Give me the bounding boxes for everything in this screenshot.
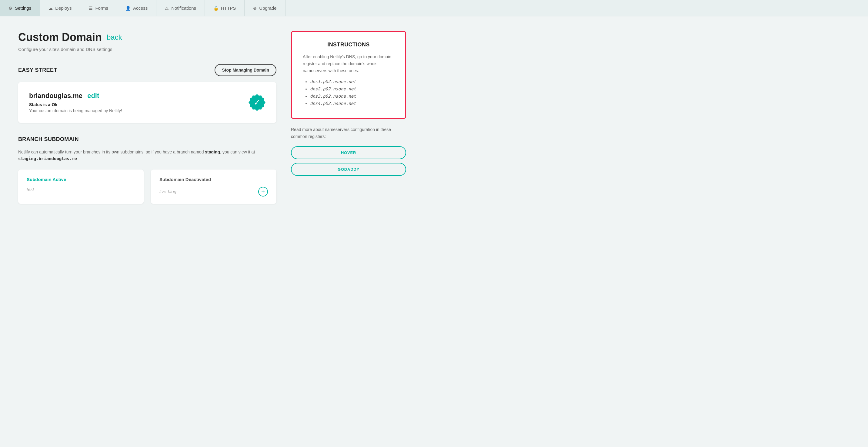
- hover-button[interactable]: HOVER: [291, 146, 406, 159]
- domain-status-desc: Your custom domain is being managed by N…: [29, 108, 122, 113]
- right-panel: INSTRUCTIONS After enabling Netlify's DN…: [291, 31, 406, 217]
- page-subtitle: Configure your site's domain and DNS set…: [18, 47, 276, 52]
- top-navigation: ⚙ Settings ☁ Deploys ☰ Forms 👤 Access ⚠ …: [0, 0, 868, 17]
- staging-url: staging.briandouglas.me: [18, 156, 77, 161]
- godaddy-button[interactable]: GODADDY: [291, 163, 406, 176]
- plus-circle-icon: ⊕: [253, 6, 257, 10]
- nav-item-upgrade[interactable]: ⊕ Upgrade: [245, 0, 285, 16]
- nav-item-notifications[interactable]: ⚠ Notifications: [156, 0, 205, 16]
- instructions-body: After enabling Netlify's DNS, go to your…: [303, 53, 394, 74]
- branch-subdomain-title: BRANCH SUBDOMAIN: [18, 136, 79, 143]
- stop-managing-button[interactable]: Stop Managing Domain: [215, 64, 276, 76]
- ns-item-4: dns4.p02.nsone.net: [310, 101, 394, 106]
- add-subdomain-button[interactable]: +: [258, 187, 268, 197]
- subdomain-inactive-title: Subdomain Deactivated: [159, 177, 268, 182]
- subdomain-active-card: Subdomain Active test: [18, 170, 144, 204]
- read-more-text: Read more about nameservers configuratio…: [291, 126, 406, 140]
- subdomain-active-value: test: [27, 187, 135, 192]
- subdomain-inactive-card: Subdomain Deactivated live-blog +: [151, 170, 276, 204]
- domain-name: briandouglas.me edit: [29, 92, 122, 100]
- branch-subdomain-header: BRANCH SUBDOMAIN: [18, 136, 276, 143]
- easy-street-title: EASY STREET: [18, 67, 57, 73]
- page-title: Custom Domain: [18, 31, 102, 44]
- left-content: Custom Domain back Configure your site's…: [18, 31, 276, 217]
- subdomain-inactive-value: live-blog: [159, 189, 176, 194]
- lock-icon: 🔒: [213, 6, 218, 10]
- list-icon: ☰: [89, 6, 93, 10]
- subdomain-active-title: Subdomain Active: [27, 177, 135, 182]
- nav-item-access[interactable]: 👤 Access: [117, 0, 156, 16]
- nav-item-https[interactable]: 🔒 HTTPS: [205, 0, 245, 16]
- staging-keyword: staging: [205, 149, 220, 154]
- easy-street-header: EASY STREET Stop Managing Domain: [18, 64, 276, 76]
- domain-edit-link[interactable]: edit: [87, 92, 99, 99]
- nav-item-deploys[interactable]: ☁ Deploys: [40, 0, 80, 16]
- instructions-box: INSTRUCTIONS After enabling Netlify's DN…: [291, 31, 406, 119]
- warning-icon: ⚠: [165, 6, 169, 10]
- subdomain-row: Subdomain Active test Subdomain Deactiva…: [18, 170, 276, 204]
- instructions-title: INSTRUCTIONS: [303, 41, 394, 48]
- domain-info: briandouglas.me edit Status is a-Ok Your…: [29, 92, 122, 113]
- nav-item-forms[interactable]: ☰ Forms: [80, 0, 117, 16]
- domain-status-label: Status is a-Ok: [29, 102, 122, 107]
- verified-badge: ✓: [249, 94, 266, 111]
- gear-icon: ⚙: [8, 6, 12, 10]
- cloud-icon: ☁: [49, 6, 53, 10]
- nameserver-list: dns1.p02.nsone.net dns2.p02.nsone.net dn…: [303, 79, 394, 106]
- easy-street-section: EASY STREET Stop Managing Domain briando…: [18, 64, 276, 123]
- back-link[interactable]: back: [107, 33, 122, 41]
- ns-item-2: dns2.p02.nsone.net: [310, 86, 394, 91]
- nav-item-settings[interactable]: ⚙ Settings: [0, 0, 40, 16]
- page-body: Custom Domain back Configure your site's…: [0, 17, 424, 232]
- branch-description: Netlify can automatically turn your bran…: [18, 149, 276, 162]
- domain-card: briandouglas.me edit Status is a-Ok Your…: [18, 82, 276, 123]
- person-icon: 👤: [125, 6, 131, 10]
- ns-item-3: dns3.p02.nsone.net: [310, 94, 394, 98]
- page-title-row: Custom Domain back: [18, 31, 276, 44]
- branch-subdomain-section: BRANCH SUBDOMAIN Netlify can automatical…: [18, 136, 276, 204]
- ns-item-1: dns1.p02.nsone.net: [310, 79, 394, 84]
